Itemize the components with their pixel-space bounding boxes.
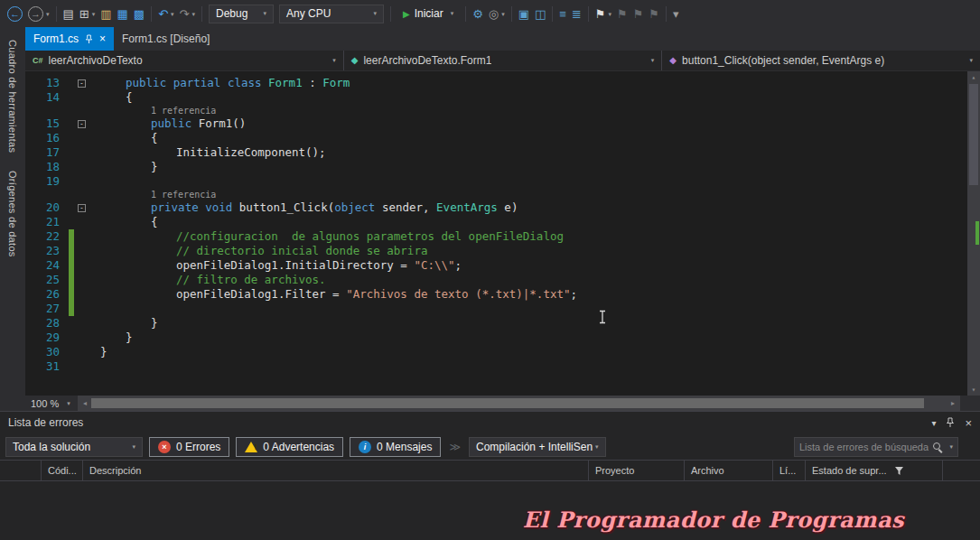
scroll-left-icon[interactable]: ◂ bbox=[79, 396, 91, 411]
code-line-21[interactable]: 21{ bbox=[25, 215, 980, 229]
scrollbar-thumb[interactable] bbox=[969, 84, 978, 185]
fold-margin bbox=[74, 273, 89, 287]
warnings-count-label: 0 Advertencias bbox=[263, 441, 334, 453]
toggle-bookmark-icon[interactable]: ⚑▾ bbox=[593, 6, 614, 22]
errors-filter-button[interactable]: × 0 Errores bbox=[149, 437, 229, 457]
previous-bookmark-icon[interactable]: ⚑ bbox=[614, 6, 630, 22]
filter-icon[interactable] bbox=[894, 466, 904, 476]
new-window-icon[interactable]: ▣ bbox=[516, 6, 532, 22]
code-text: // filtro de archivos. bbox=[89, 273, 326, 287]
toolbar-separator bbox=[588, 6, 589, 22]
close-icon[interactable]: × bbox=[99, 33, 106, 44]
next-bookmark-icon[interactable]: ⚑ bbox=[630, 6, 647, 22]
redo-icon[interactable]: ↷▾ bbox=[177, 6, 198, 22]
code-line-22[interactable]: 22//configuracion de algunos parametros … bbox=[25, 229, 980, 244]
column-header-proyecto[interactable]: Proyecto bbox=[589, 461, 685, 480]
build-intellisense-dropdown[interactable]: Compilación + IntelliSen ▾ bbox=[469, 437, 606, 457]
search-icon bbox=[932, 442, 943, 452]
save-icon[interactable]: ▦ bbox=[115, 6, 131, 22]
collapse-icon[interactable]: - bbox=[78, 204, 86, 212]
add-item-icon[interactable]: ⊞▾ bbox=[77, 6, 98, 22]
fold-margin: - bbox=[74, 200, 89, 215]
error-search-box[interactable]: ▾ bbox=[794, 437, 958, 457]
pin-icon[interactable] bbox=[85, 34, 93, 44]
code-line-14[interactable]: 14{ bbox=[25, 90, 980, 105]
column-header-filler bbox=[943, 461, 980, 480]
solution-platform-dropdown[interactable]: Any CPU ▾ bbox=[279, 5, 384, 23]
code-line-31[interactable]: 31 bbox=[25, 359, 980, 374]
tab-form1-cs[interactable]: Form1.cs× bbox=[25, 27, 114, 51]
close-icon[interactable]: × bbox=[965, 416, 972, 430]
navigate-forward-icon[interactable]: →▾ bbox=[25, 5, 52, 23]
toolbar-group-right: ⚙◎▾▣◫≡≣⚑▾⚑⚑⚑▾ bbox=[470, 6, 681, 22]
pin-icon[interactable] bbox=[946, 417, 955, 428]
code-line-27[interactable]: 27 bbox=[25, 302, 980, 316]
sidebar-tab-or-genes-de-datos[interactable]: Orígenes de datos bbox=[7, 162, 18, 266]
code-editor[interactable]: 13-public partial class Form1 : Form14{1… bbox=[25, 71, 980, 396]
toolbar-overflow-icon[interactable]: ▾ bbox=[670, 6, 682, 22]
code-line-15[interactable]: 15-public Form1() bbox=[25, 116, 980, 131]
sidebar-tab-cuadro-de-herramientas[interactable]: Cuadro de herramientas bbox=[7, 31, 18, 162]
zoom-control[interactable]: 100 % ▾ bbox=[25, 396, 78, 411]
search-input[interactable] bbox=[799, 442, 929, 452]
fold-margin bbox=[74, 244, 89, 258]
code-line-20[interactable]: 20-private void button1_Click(object sen… bbox=[25, 200, 980, 215]
tab-form1-cs-dise-o[interactable]: Form1.cs [Diseño] bbox=[114, 27, 218, 51]
navigate-backward-icon[interactable]: ← bbox=[5, 5, 25, 23]
code-text: InitializeComponent(); bbox=[89, 145, 326, 160]
code-line-23[interactable]: 23// directorio inicial donde se abrira bbox=[25, 244, 980, 258]
code-line-29[interactable]: 29} bbox=[25, 331, 980, 345]
column-header-descripci-n[interactable]: Descripción bbox=[83, 461, 589, 480]
code-line-24[interactable]: 24openFileDialog1.InitialDirectory = "C:… bbox=[25, 258, 980, 273]
indent-icon[interactable]: ≡ bbox=[556, 6, 569, 22]
find-icon[interactable]: ◎▾ bbox=[486, 6, 508, 22]
start-debugging-button[interactable]: ▶ Iniciar ▾ bbox=[397, 4, 460, 23]
code-line-18[interactable]: 18} bbox=[25, 160, 980, 174]
warning-icon bbox=[245, 442, 257, 452]
navbar-dropdown-2[interactable]: ◆button1_Click(object sender, EventArgs … bbox=[662, 51, 980, 70]
save-all-icon[interactable]: ▩ bbox=[131, 6, 147, 22]
scroll-right-icon[interactable]: ▸ bbox=[947, 396, 959, 411]
code-line-13[interactable]: 13-public partial class Form1 : Form bbox=[25, 76, 980, 90]
scrollbar-corner bbox=[960, 396, 980, 411]
column-header-l[interactable]: Lí... bbox=[773, 461, 806, 480]
line-number: 25 bbox=[25, 273, 69, 287]
new-file-icon[interactable]: ▤ bbox=[61, 6, 77, 22]
navbar-dropdown-0[interactable]: C#leerArchivoDeTexto▾ bbox=[25, 51, 344, 70]
scroll-up-icon[interactable]: ▴ bbox=[967, 71, 980, 83]
vertical-scrollbar[interactable]: ▴ ▾ bbox=[967, 71, 980, 396]
column-header-archivo[interactable]: Archivo bbox=[685, 461, 773, 480]
code-reference-line[interactable]: 1 referencia bbox=[25, 189, 980, 200]
attach-process-icon[interactable]: ⚙ bbox=[470, 6, 486, 22]
horizontal-scrollbar[interactable]: ◂ ▸ bbox=[78, 396, 980, 411]
code-line-25[interactable]: 25// filtro de archivos. bbox=[25, 273, 980, 287]
collapse-icon[interactable]: - bbox=[78, 120, 86, 128]
column-header-c-di[interactable]: Códi... bbox=[42, 461, 83, 480]
code-line-17[interactable]: 17InitializeComponent(); bbox=[25, 145, 980, 160]
error-scope-dropdown[interactable]: Toda la solución ▾ bbox=[5, 437, 143, 457]
clear-bookmarks-icon[interactable]: ⚑ bbox=[646, 6, 662, 22]
navbar-dropdown-1[interactable]: ◆leerArchivoDeTexto.Form1▾ bbox=[344, 51, 663, 70]
outdent-icon[interactable]: ≣ bbox=[569, 6, 584, 22]
scroll-down-icon[interactable]: ▾ bbox=[967, 384, 980, 396]
collapse-icon[interactable]: - bbox=[78, 79, 86, 88]
code-text: 1 referencia bbox=[89, 105, 216, 116]
line-number: 23 bbox=[25, 244, 69, 258]
messages-filter-button[interactable]: i 0 Mensajes bbox=[350, 437, 441, 457]
column-header-icon[interactable] bbox=[0, 461, 42, 480]
split-window-icon[interactable]: ◫ bbox=[532, 6, 548, 22]
undo-icon[interactable]: ↶▾ bbox=[155, 6, 176, 22]
scrollbar-thumb[interactable] bbox=[91, 398, 924, 408]
column-header-label: Proyecto bbox=[595, 465, 634, 476]
code-line-16[interactable]: 16{ bbox=[25, 131, 980, 145]
warnings-filter-button[interactable]: 0 Advertencias bbox=[236, 437, 343, 457]
solution-configuration-dropdown[interactable]: Debug ▾ bbox=[209, 5, 274, 23]
code-line-26[interactable]: 26openFileDialog1.Filter = "Archivos de … bbox=[25, 287, 980, 302]
open-file-icon[interactable]: ▥ bbox=[98, 6, 114, 22]
column-header-estado-de-supr[interactable]: Estado de supr... bbox=[806, 461, 943, 480]
code-line-19[interactable]: 19 bbox=[25, 174, 980, 189]
window-position-icon[interactable]: ▾ bbox=[931, 418, 936, 428]
code-line-30[interactable]: 30} bbox=[25, 345, 980, 359]
code-line-28[interactable]: 28} bbox=[25, 316, 980, 331]
code-reference-line[interactable]: 1 referencia bbox=[25, 105, 980, 116]
